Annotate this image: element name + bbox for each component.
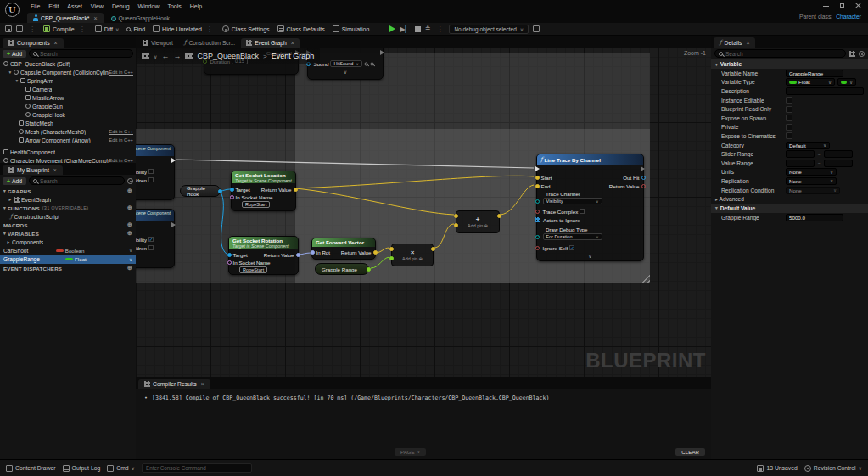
diff-button[interactable]: Diff∨	[93, 25, 121, 32]
asset-use-icon[interactable]	[364, 62, 367, 65]
tab-event-graph[interactable]: Event Graph×	[241, 38, 300, 48]
exec-wire[interactable]	[176, 160, 534, 168]
propagate-checkbox[interactable]	[148, 177, 154, 182]
collapse-chevron-icon[interactable]: ∨	[537, 252, 643, 259]
minimize-icon[interactable]	[823, 3, 829, 8]
input-a-pin[interactable]	[454, 214, 458, 218]
trace-channel-pin[interactable]	[535, 199, 540, 204]
component-row-mesh[interactable]: Mesh (CharacterMesh0)Edit in C++	[0, 127, 136, 136]
output-pin[interactable]	[497, 214, 501, 218]
component-row-health[interactable]: HealthComponent	[0, 148, 136, 156]
target-pin[interactable]	[227, 253, 232, 257]
exec-out-pin[interactable]	[380, 50, 384, 55]
multiply-node[interactable]: × Add pin⊕	[391, 244, 434, 266]
cmd-dropdown[interactable]: Cmd∨	[107, 465, 135, 472]
hide-unrelated-options-icon[interactable]: ⋮	[206, 25, 213, 33]
trace-complex-checkbox[interactable]	[580, 209, 585, 214]
edit-in-cpp-link[interactable]: Edit in C++	[109, 129, 133, 134]
propagate-checkbox[interactable]	[148, 245, 154, 250]
save-icon[interactable]	[5, 25, 12, 32]
input-b-pin[interactable]	[454, 223, 458, 227]
input-a-pin[interactable]	[389, 247, 394, 251]
functions-section-header[interactable]: ▾ FUNCTIONS(31 OVERRIDABLE)⊕	[0, 204, 136, 212]
menu-help[interactable]: Help	[190, 3, 202, 9]
visibility-eye-icon[interactable]: ∨	[110, 257, 132, 262]
vector-wire[interactable]	[434, 224, 454, 248]
vector-wire[interactable]	[295, 188, 454, 215]
parent-class-link[interactable]: Character	[836, 14, 861, 20]
socket-name-pin[interactable]	[227, 260, 232, 265]
line-trace-by-channel-node[interactable]: ƒLine Trace By Channel Start Out Hit End…	[536, 154, 644, 261]
close-tab-icon[interactable]: ×	[93, 15, 97, 21]
menu-asset[interactable]: Asset	[67, 3, 82, 9]
macros-section-header[interactable]: MACROS⊕	[0, 221, 136, 229]
tab-queengrapplehook[interactable]: QueenGrappleHook	[105, 14, 176, 23]
value-range-min-input[interactable]	[786, 160, 815, 167]
details-tab[interactable]: ƒ Details ×	[714, 37, 755, 48]
add-function-icon[interactable]: ⊕	[127, 204, 132, 211]
revision-control-button[interactable]: Revision Control∨	[804, 465, 862, 472]
units-dropdown[interactable]: None∨	[786, 168, 837, 176]
component-row-arrow[interactable]: Arrow Component (Arrow)Edit in C++	[0, 136, 136, 144]
menu-debug[interactable]: Debug	[112, 3, 130, 9]
socket-name-input[interactable]: RopeStart	[242, 201, 270, 208]
tab-cbp-queenblack[interactable]: CBP_QueenBlack* ×	[27, 13, 104, 23]
get-socket-rotation-node[interactable]: Get Socket Rotation Target is Scene Comp…	[228, 236, 299, 275]
edit-in-cpp-link[interactable]: Edit in C++	[109, 137, 133, 143]
get-socket-location-node[interactable]: Get Socket Location Target is Scene Comp…	[231, 171, 296, 211]
component-row-capsule[interactable]: ▾Capsule Component (CollisionCylinder)Ed…	[0, 68, 136, 76]
components-search-input[interactable]	[40, 51, 129, 57]
return-value-pin[interactable]	[296, 253, 300, 257]
grapple-range-getter-node[interactable]: Grapple Range	[315, 263, 369, 275]
console-command-input[interactable]	[142, 463, 252, 473]
float-output-pin[interactable]	[367, 267, 371, 272]
expander-icon[interactable]: ▾	[7, 70, 14, 75]
debug-filter-icon[interactable]	[533, 25, 540, 32]
my-blueprint-search[interactable]	[29, 176, 125, 185]
add-graph-icon[interactable]: ⊕	[127, 188, 132, 194]
my-blueprint-search-input[interactable]	[40, 178, 120, 184]
page-button[interactable]: PAGE∨	[395, 448, 426, 456]
target-pin[interactable]	[230, 188, 234, 192]
blueprint-read-only-checkbox[interactable]	[786, 106, 792, 113]
grapple-range-value-input[interactable]	[786, 214, 843, 221]
new-visibility-checkbox[interactable]	[148, 169, 154, 174]
close-panel-icon[interactable]: ×	[54, 40, 58, 46]
start-pin[interactable]	[535, 176, 540, 180]
breadcrumb-current[interactable]: Event Graph	[272, 52, 315, 60]
category-dropdown[interactable]: Default∨	[786, 142, 830, 149]
set-visibility-node-bottom[interactable]: Target is Scene Component New Visibility…	[136, 209, 175, 268]
close-tab-icon[interactable]: ×	[291, 40, 294, 46]
socket-name-input[interactable]: RopeStart	[239, 266, 267, 273]
close-panel-icon[interactable]: ×	[53, 167, 57, 173]
vector-wire[interactable]	[501, 185, 534, 215]
blueprint-icon[interactable]	[142, 53, 149, 59]
settings-gear-icon[interactable]	[859, 51, 865, 57]
event-dispatchers-section-header[interactable]: EVENT DISPATCHERS⊕	[0, 264, 136, 272]
actors-to-ignore-pin[interactable]	[535, 217, 540, 222]
expander-icon[interactable]: ▸	[7, 197, 14, 202]
add-dispatcher-icon[interactable]: ⊕	[127, 265, 132, 272]
eject-icon[interactable]: ≜	[425, 25, 431, 32]
display-filter-icon[interactable]	[849, 51, 855, 57]
add-variable-icon[interactable]: ⊕	[127, 230, 132, 237]
add-pin-button[interactable]: Add pin⊕	[468, 223, 488, 228]
event-graph-canvas[interactable]: Target is Scene Component New Visibility…	[136, 48, 711, 377]
menu-view[interactable]: View	[91, 3, 104, 9]
expander-icon[interactable]: ▾	[14, 78, 20, 83]
exec-out-pin[interactable]	[641, 166, 645, 171]
event-graph-item[interactable]: ▸EventGraph	[0, 195, 136, 204]
return-value-pin[interactable]	[641, 184, 646, 188]
collapse-chevron-icon[interactable]: ∨	[308, 68, 383, 75]
back-arrow-icon[interactable]: ←	[161, 52, 169, 60]
debug-object-dropdown[interactable]: No debug object selected ∨	[449, 25, 529, 34]
draw-debug-type-pin[interactable]	[535, 235, 540, 239]
output-log-button[interactable]: Output Log	[63, 465, 101, 472]
forward-arrow-icon[interactable]: →	[173, 52, 181, 60]
add-blueprint-item-button[interactable]: +Add	[3, 177, 26, 185]
trace-channel-dropdown[interactable]: Visibility∨	[543, 198, 602, 204]
unsaved-button[interactable]: 13 Unsaved	[757, 465, 797, 472]
graphs-section-header[interactable]: ▾ GRAPHS⊕	[0, 187, 136, 195]
gear-icon[interactable]	[127, 178, 133, 184]
tab-viewport[interactable]: Viewport	[137, 38, 178, 48]
